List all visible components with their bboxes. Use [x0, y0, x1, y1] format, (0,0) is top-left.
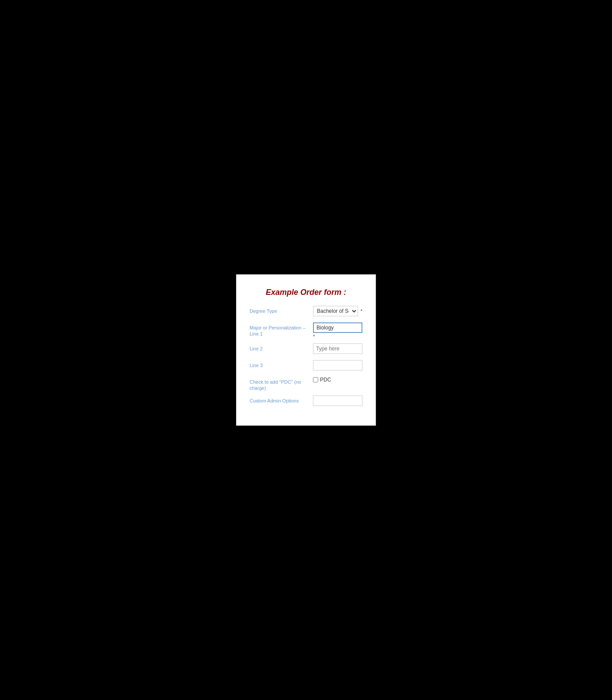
line2-row: Line 2 [250, 343, 362, 356]
pdc-row: Check to add "PDC" (no charge) PDC [250, 377, 362, 392]
major-line1-required: * [313, 334, 362, 339]
major-line1-field: * [313, 322, 362, 339]
form-title: Example Order form : [250, 288, 362, 297]
degree-type-select[interactable]: Bachelor of Science Master of Science Ba… [313, 306, 358, 316]
degree-type-row: Degree Type Bachelor of Science Master o… [250, 306, 362, 318]
custom-admin-field [313, 396, 362, 406]
line2-field [313, 343, 362, 354]
pdc-checkbox-row: PDC [313, 377, 362, 383]
custom-admin-row: Custom Admin Options [250, 396, 362, 408]
pdc-label: Check to add "PDC" (no charge) [250, 377, 313, 392]
major-line1-input[interactable] [313, 322, 362, 333]
major-line1-label: Major or Personalization – Line 1 [250, 322, 313, 337]
line3-row: Line 3 [250, 360, 362, 372]
custom-admin-input[interactable] [313, 396, 362, 406]
line2-label: Line 2 [250, 343, 313, 352]
pdc-checkbox[interactable] [313, 377, 318, 382]
degree-type-field: Bachelor of Science Master of Science Ba… [313, 306, 362, 316]
pdc-checkbox-label: PDC [320, 377, 331, 383]
custom-admin-label: Custom Admin Options [250, 396, 313, 404]
degree-type-required: * [361, 308, 362, 314]
pdc-field: PDC [313, 377, 362, 383]
order-form-container: Example Order form : Degree Type Bachelo… [236, 274, 376, 426]
line3-field [313, 360, 362, 371]
line2-input[interactable] [313, 343, 362, 354]
line3-input[interactable] [313, 360, 362, 371]
degree-type-label: Degree Type [250, 306, 313, 314]
major-line1-row: Major or Personalization – Line 1 * [250, 322, 362, 339]
line3-label: Line 3 [250, 360, 313, 368]
